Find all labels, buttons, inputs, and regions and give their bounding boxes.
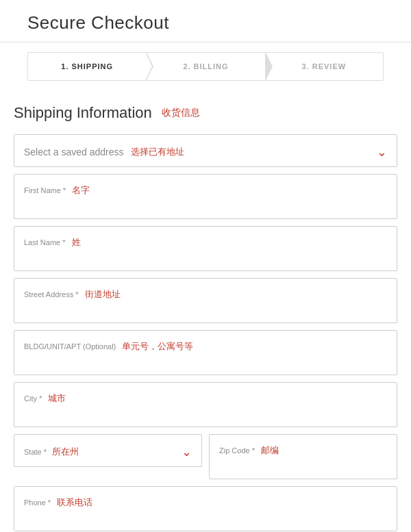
phone-group: Phone * 联系电话	[14, 486, 397, 531]
saved-address-label: Select a saved address	[24, 147, 124, 157]
zip-input[interactable]	[219, 460, 387, 471]
phone-cn: 联系电话	[57, 497, 92, 507]
street-address-input[interactable]	[24, 304, 387, 315]
zip-group: Zip Code * 邮编	[209, 434, 397, 479]
main-content: Shipping Information 收货信息 Select a saved…	[0, 90, 411, 532]
last-name-input[interactable]	[24, 252, 387, 263]
city-group: City * 城市	[14, 382, 397, 427]
last-name-label: Last Name * 姓	[24, 236, 387, 249]
zip-cn: 邮编	[261, 445, 279, 455]
phone-input[interactable]	[24, 512, 387, 523]
step-billing[interactable]: 2. BILLING	[147, 53, 264, 80]
first-name-wrapper: First Name * 名字	[14, 174, 397, 219]
first-name-cn: 名字	[72, 185, 90, 195]
state-group: State * 所在州 ⌄	[14, 434, 202, 479]
bldg-cn: 单元号，公寓号等	[122, 341, 193, 351]
step-review[interactable]: 3. REVIEW	[265, 53, 383, 80]
saved-address-group: Select a saved address 选择已有地址 ⌄	[14, 134, 397, 167]
bldg-group: BLDG/UNIT/APT (Optional) 单元号，公寓号等	[14, 330, 397, 375]
chevron-down-icon: ⌄	[377, 144, 387, 160]
first-name-input[interactable]	[24, 200, 387, 211]
last-name-wrapper: Last Name * 姓	[14, 226, 397, 271]
zip-label: Zip Code * 邮编	[219, 444, 387, 457]
city-cn: 城市	[48, 393, 66, 403]
bldg-wrapper: BLDG/UNIT/APT (Optional) 单元号，公寓号等	[14, 330, 397, 375]
section-title-cn: 收货信息	[162, 107, 200, 119]
state-label: State *	[24, 448, 47, 456]
zip-wrapper: Zip Code * 邮编	[209, 434, 397, 479]
phone-label: Phone * 联系电话	[24, 496, 387, 509]
last-name-group: Last Name * 姓	[14, 226, 397, 271]
state-select[interactable]: State * 所在州 ⌄	[14, 434, 202, 467]
steps-bar: 1. SHIPPING 2. BILLING 3. REVIEW	[27, 52, 384, 81]
street-address-label: Street Address * 街道地址	[24, 288, 387, 301]
header: Secure Checkout 1. SHIPPING 2. BILLING 3…	[0, 0, 411, 81]
state-cn: 所在州	[52, 446, 79, 458]
city-input[interactable]	[24, 408, 387, 419]
state-chevron-icon: ⌄	[182, 444, 192, 459]
page-title: Secure Checkout	[27, 12, 390, 34]
street-address-cn: 街道地址	[85, 289, 121, 299]
section-title: Shipping Information	[14, 104, 152, 122]
step-shipping[interactable]: 1. SHIPPING	[28, 53, 147, 80]
street-address-group: Street Address * 街道地址	[14, 278, 397, 323]
city-label: City * 城市	[24, 392, 387, 405]
city-wrapper: City * 城市	[14, 382, 397, 427]
bldg-input[interactable]	[24, 356, 387, 367]
saved-address-cn: 选择已有地址	[131, 146, 184, 158]
phone-wrapper: Phone * 联系电话	[14, 486, 397, 531]
first-name-group: First Name * 名字	[14, 174, 397, 219]
street-address-wrapper: Street Address * 街道地址	[14, 278, 397, 323]
state-zip-row: State * 所在州 ⌄ Zip Code * 邮编	[14, 434, 397, 486]
last-name-cn: 姓	[72, 237, 81, 247]
saved-address-select[interactable]: Select a saved address 选择已有地址 ⌄	[14, 134, 397, 167]
section-title-row: Shipping Information 收货信息	[14, 104, 397, 122]
bldg-label: BLDG/UNIT/APT (Optional) 单元号，公寓号等	[24, 340, 387, 353]
first-name-label: First Name * 名字	[24, 184, 387, 197]
